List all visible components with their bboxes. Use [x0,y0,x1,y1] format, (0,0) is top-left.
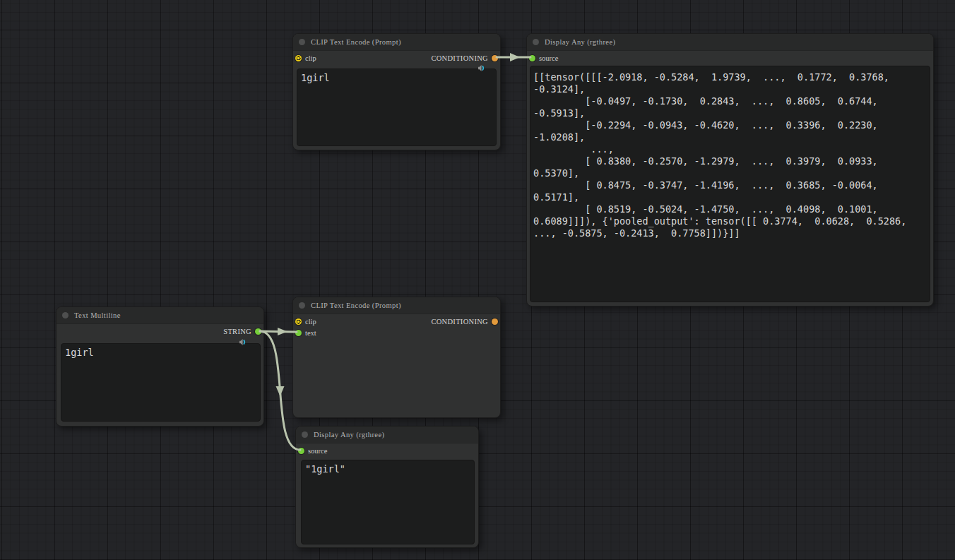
input-port-clip[interactable]: clip [295,53,316,63]
prompt-text: 1girl [301,72,492,84]
display-output-widget[interactable]: [[tensor([[[-2.0918, -0.5284, 1.9739, ..… [530,66,930,302]
node-display-any-top[interactable]: Display Any (rgthree) source [[tensor([[… [526,33,934,306]
source-port-icon[interactable] [529,55,535,61]
input-port-text[interactable]: text [295,328,316,338]
string-port-icon[interactable] [255,328,261,335]
port-label: text [305,329,316,337]
wire-arrow-right-icon [510,53,520,61]
node-title: Text Multiline [74,311,121,319]
tensor-output-text: [[tensor([[[-2.0918, -0.5284, 1.9739, ..… [533,71,927,239]
node-header[interactable]: Text Multiline [57,307,263,324]
collapse-dot-icon[interactable] [302,431,308,438]
collapse-dot-icon[interactable] [62,312,69,318]
node-clip-text-encode-top[interactable]: CLIP Text Encode (Prompt) clip CONDITION… [292,33,501,150]
text-port-icon[interactable] [295,330,302,336]
wire-string-to-text [260,331,297,332]
wire-arrow-right-icon [278,328,287,335]
collapse-dot-icon[interactable] [299,39,305,45]
port-label: clip [305,54,316,62]
clip-port-icon[interactable] [295,318,302,325]
conditioning-port-icon[interactable] [492,55,498,61]
display-output-widget[interactable]: "1girl" [301,460,475,544]
multiline-text: 1girl [65,347,256,359]
node-header[interactable]: CLIP Text Encode (Prompt) [293,297,500,314]
input-port-clip[interactable]: clip [295,316,316,326]
port-label: clip [305,318,316,326]
node-graph-canvas[interactable]: CLIP Text Encode (Prompt) clip CONDITION… [0,0,955,560]
port-label: STRING [223,328,251,335]
display-output-text: "1girl" [305,463,470,475]
node-header[interactable]: Display Any (rgthree) [527,34,933,51]
output-port-conditioning[interactable]: CONDITIONING [431,53,498,63]
port-label: source [308,447,327,455]
node-header[interactable]: CLIP Text Encode (Prompt) [293,34,500,51]
input-port-source[interactable]: source [529,53,558,63]
node-text-multiline[interactable]: Text Multiline STRING 1girl [56,306,264,427]
node-header[interactable]: Display Any (rgthree) [296,427,478,443]
node-clip-text-encode-mid[interactable]: CLIP Text Encode (Prompt) clip text COND… [292,297,501,418]
output-port-string[interactable]: STRING [223,326,261,336]
collapse-dot-icon[interactable] [299,302,305,309]
source-port-icon[interactable] [298,448,304,454]
port-label: CONDITIONING [431,318,488,326]
conditioning-port-icon[interactable] [492,318,498,325]
collapse-dot-icon[interactable] [533,39,539,45]
wire-arrow-down-icon [276,386,285,396]
output-port-conditioning[interactable]: CONDITIONING [431,316,498,326]
multiline-text-widget[interactable]: 1girl [61,343,261,422]
clip-port-icon[interactable] [295,55,302,61]
node-title: CLIP Text Encode (Prompt) [311,302,401,309]
node-display-any-bottom[interactable]: Display Any (rgthree) source "1girl" [295,426,479,548]
input-port-source[interactable]: source [298,446,327,455]
port-label: CONDITIONING [431,54,488,62]
node-title: Display Any (rgthree) [314,431,384,439]
port-label: source [539,54,558,62]
speaker-icon[interactable] [478,61,486,74]
speaker-icon[interactable] [239,335,247,348]
node-title: Display Any (rgthree) [545,38,615,46]
node-title: CLIP Text Encode (Prompt) [311,38,401,46]
prompt-text-widget[interactable]: 1girl [297,68,497,146]
